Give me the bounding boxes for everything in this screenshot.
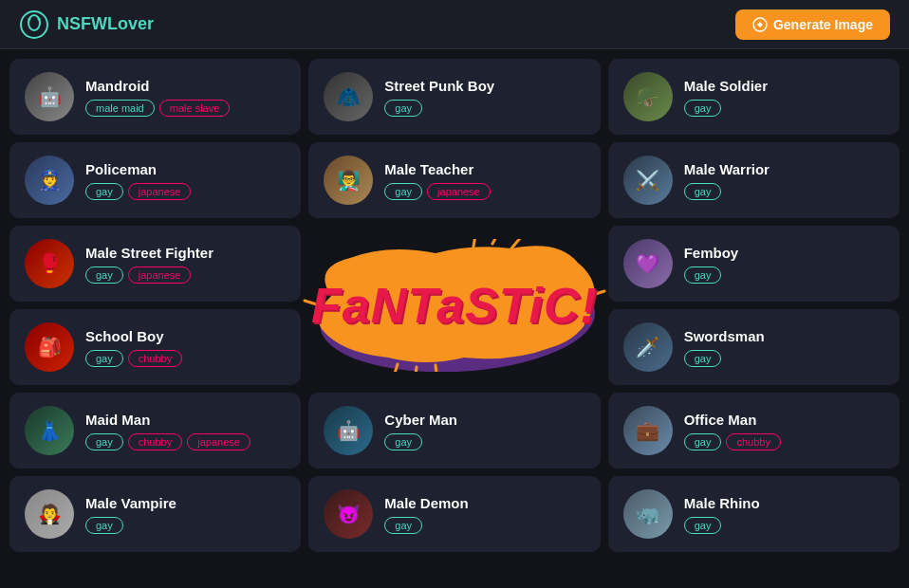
- logo-icon: [19, 9, 49, 40]
- app-header: NSFWLover Generate Image: [0, 0, 909, 49]
- card-mandroid[interactable]: 🤖Mandroidmale maidmale slave: [9, 59, 301, 135]
- tag-gay: gay: [384, 183, 422, 200]
- card-male-rhino[interactable]: 🦏Male Rhinogay: [608, 476, 900, 552]
- card-maid-man[interactable]: 👗Maid Mangaychubbyjapanese: [9, 393, 301, 469]
- tag-gay: gay: [684, 183, 722, 200]
- avatar-street-punk: 🧥: [324, 72, 373, 121]
- avatar-maid-man: 👗: [25, 406, 74, 455]
- card-tags-femboy: gay: [684, 266, 884, 284]
- card-tags-male-street-fighter: gayjapanese: [85, 266, 286, 284]
- card-info-male-demon: Male Demongay: [384, 495, 584, 534]
- card-office-man[interactable]: 💼Office Mangaychubby: [608, 393, 900, 469]
- card-name-school-boy: School Boy: [85, 328, 286, 344]
- card-femboy[interactable]: 💜Femboygay: [608, 226, 900, 302]
- avatar-male-demon: 😈: [324, 489, 373, 539]
- card-male-demon[interactable]: 😈Male Demongay: [308, 476, 600, 552]
- card-tags-maid-man: gaychubbyjapanese: [85, 433, 286, 450]
- logo-area: NSFWLover: [19, 9, 154, 40]
- svg-point-1: [28, 15, 40, 30]
- card-name-swordsman: Swordsman: [684, 328, 884, 344]
- card-info-male-warrior: Male Warriorgay: [684, 161, 884, 200]
- avatar-male-rhino: 🦏: [623, 489, 673, 539]
- tag-chubby: chubby: [128, 350, 182, 367]
- card-cyber-man[interactable]: 🤖Cyber Mangay: [308, 393, 600, 469]
- card-tags-male-rhino: gay: [684, 517, 884, 534]
- card-name-office-man: Office Man: [684, 412, 884, 428]
- card-info-male-teacher: Male Teachergayjapanese: [384, 161, 584, 200]
- card-tags-cyber-man: gay: [384, 433, 584, 450]
- card-tags-office-man: gaychubby: [684, 433, 884, 450]
- card-street-punk[interactable]: 🧥Street Punk Boygay: [308, 59, 600, 135]
- card-tags-street-punk: gay: [384, 100, 584, 117]
- card-name-mandroid: Mandroid: [85, 78, 286, 94]
- card-name-male-street-fighter: Male Street Fighter: [85, 245, 286, 261]
- card-name-male-soldier: Male Soldier: [684, 78, 884, 94]
- card-info-office-man: Office Mangaychubby: [684, 412, 884, 450]
- card-name-femboy: Femboy: [684, 245, 884, 261]
- card-school-boy[interactable]: 🎒School Boygaychubby: [9, 309, 301, 385]
- tag-gay: gay: [684, 433, 722, 450]
- avatar-office-man: 💼: [623, 406, 673, 455]
- card-tags-school-boy: gaychubby: [85, 350, 286, 367]
- tag-gay: gay: [684, 100, 722, 117]
- card-name-male-rhino: Male Rhino: [684, 495, 884, 511]
- card-male-vampire[interactable]: 🧛Male Vampiregay: [9, 476, 301, 552]
- card-male-soldier[interactable]: 🪖Male Soldiergay: [608, 59, 900, 135]
- card-policeman[interactable]: 👮Policemangayjapanese: [9, 142, 301, 218]
- tag-gay: gay: [85, 266, 123, 284]
- generate-image-button[interactable]: Generate Image: [735, 9, 890, 40]
- avatar-male-warrior: ⚔️: [623, 156, 673, 205]
- tag-gay: gay: [384, 100, 422, 117]
- tag-gay: gay: [684, 350, 722, 367]
- avatar-cyber-man: 🤖: [324, 406, 373, 455]
- tag-male-maid: male maid: [85, 100, 155, 117]
- card-info-policeman: Policemangayjapanese: [85, 161, 286, 200]
- avatar-male-vampire: 🧛: [25, 489, 74, 539]
- card-tags-policeman: gayjapanese: [85, 183, 286, 200]
- card-info-femboy: Femboygay: [684, 245, 884, 284]
- avatar-femboy: 💜: [623, 239, 673, 288]
- placeholder-3-1: [308, 309, 600, 385]
- card-tags-mandroid: male maidmale slave: [85, 100, 286, 117]
- card-info-cyber-man: Cyber Mangay: [384, 412, 584, 450]
- avatar-male-soldier: 🪖: [623, 72, 673, 121]
- avatar-swordsman: 🗡️: [623, 322, 673, 372]
- card-male-warrior[interactable]: ⚔️Male Warriorgay: [608, 142, 900, 218]
- card-male-teacher[interactable]: 👨‍🏫Male Teachergayjapanese: [308, 142, 600, 218]
- card-name-male-vampire: Male Vampire: [85, 495, 286, 511]
- tag-gay: gay: [85, 350, 123, 367]
- card-name-maid-man: Maid Man: [85, 412, 286, 428]
- placeholder-2-1: [308, 226, 600, 302]
- card-tags-male-soldier: gay: [684, 100, 884, 117]
- card-info-street-punk: Street Punk Boygay: [384, 78, 584, 117]
- svg-point-2: [28, 17, 31, 20]
- avatar-male-teacher: 👨‍🏫: [324, 156, 373, 205]
- svg-point-3: [38, 17, 41, 20]
- avatar-mandroid: 🤖: [25, 72, 74, 121]
- tag-gay: gay: [684, 266, 722, 284]
- card-info-mandroid: Mandroidmale maidmale slave: [85, 78, 286, 117]
- card-male-street-fighter[interactable]: 🥊Male Street Fightergayjapanese: [9, 226, 301, 302]
- avatar-school-boy: 🎒: [25, 322, 74, 372]
- card-name-street-punk: Street Punk Boy: [384, 78, 584, 94]
- tag-gay: gay: [684, 517, 722, 534]
- card-tags-swordsman: gay: [684, 350, 884, 367]
- character-grid: 🤖Mandroidmale maidmale slave🧥Street Punk…: [0, 49, 909, 561]
- tag-gay: gay: [384, 517, 422, 534]
- tag-gay: gay: [85, 517, 123, 534]
- card-swordsman[interactable]: 🗡️Swordsmangay: [608, 309, 900, 385]
- tag-japanese: japanese: [128, 183, 192, 200]
- tag-chubby: chubby: [726, 433, 780, 450]
- tag-gay: gay: [384, 433, 422, 450]
- card-name-policeman: Policeman: [85, 161, 286, 177]
- card-info-male-rhino: Male Rhinogay: [684, 495, 884, 534]
- avatar-policeman: 👮: [25, 156, 74, 205]
- tag-japanese: japanese: [128, 266, 192, 284]
- card-tags-male-warrior: gay: [684, 183, 884, 200]
- tag-japanese: japanese: [427, 183, 491, 200]
- tag-male-slave: male slave: [159, 100, 231, 117]
- card-name-male-warrior: Male Warrior: [684, 161, 884, 177]
- card-name-male-demon: Male Demon: [384, 495, 584, 511]
- tag-gay: gay: [85, 183, 123, 200]
- card-info-male-street-fighter: Male Street Fightergayjapanese: [85, 245, 286, 284]
